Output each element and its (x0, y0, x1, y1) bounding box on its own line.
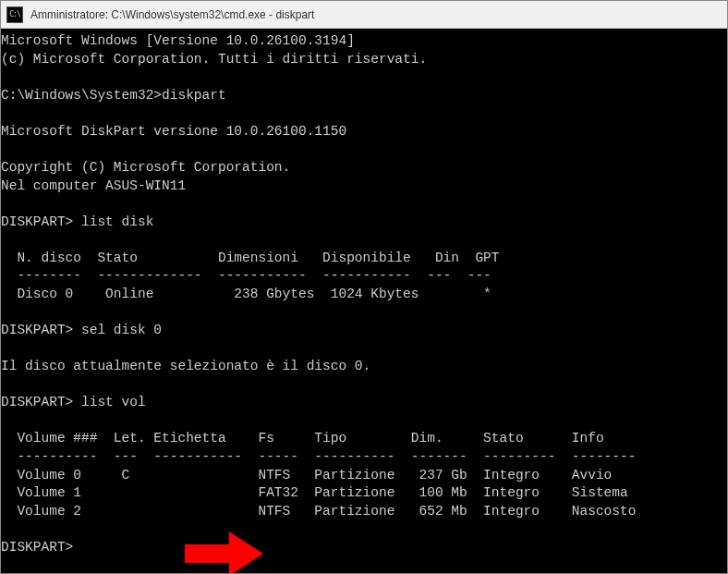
terminal-line: Disco 0 Online 238 Gbytes 1024 Kbytes * (1, 287, 491, 301)
window-title: Amministratore: C:\Windows\system32\cmd.… (30, 8, 314, 21)
window-titlebar[interactable]: C:\ Amministratore: C:\Windows\system32\… (1, 1, 727, 29)
terminal-line: Volume 2 NTFS Partizione 652 Mb Integro … (1, 504, 636, 519)
terminal-line: Volume 1 FAT32 Partizione 100 Mb Integro… (1, 485, 628, 500)
terminal-line: Nel computer ASUS-WIN11 (1, 178, 186, 193)
terminal-line: DISKPART> list vol (1, 395, 146, 409)
terminal-line: DISKPART> (1, 540, 73, 555)
terminal-line: Copyright (C) Microsoft Corporation. (1, 160, 290, 175)
terminal-line: -------- ------------- ----------- -----… (1, 268, 491, 283)
terminal-line: Il disco attualmente selezionato è il di… (1, 359, 370, 373)
terminal-line: DISKPART> list disk (1, 214, 153, 229)
terminal-line: (c) Microsoft Corporation. Tutti i dirit… (1, 52, 427, 67)
terminal-line: ---------- --- ----------- ----- -------… (1, 449, 636, 464)
terminal-line: Volume 0 C NTFS Partizione 237 Gb Integr… (1, 468, 612, 482)
terminal-line: DISKPART> sel disk 0 (1, 323, 162, 337)
terminal-line: Microsoft Windows [Versione 10.0.26100.3… (1, 33, 355, 48)
terminal-line: Volume ### Let. Etichetta Fs Tipo Dim. S… (1, 431, 604, 446)
terminal-line: Microsoft DiskPart versione 10.0.26100.1… (1, 124, 346, 139)
terminal-line: C:\Windows\System32>diskpart (1, 88, 226, 103)
cmd-icon: C:\ (6, 6, 23, 23)
terminal-line: N. disco Stato Dimensioni Disponibile Di… (1, 250, 500, 265)
svg-marker-0 (185, 531, 263, 573)
terminal-output[interactable]: Microsoft Windows [Versione 10.0.26100.3… (1, 29, 727, 573)
